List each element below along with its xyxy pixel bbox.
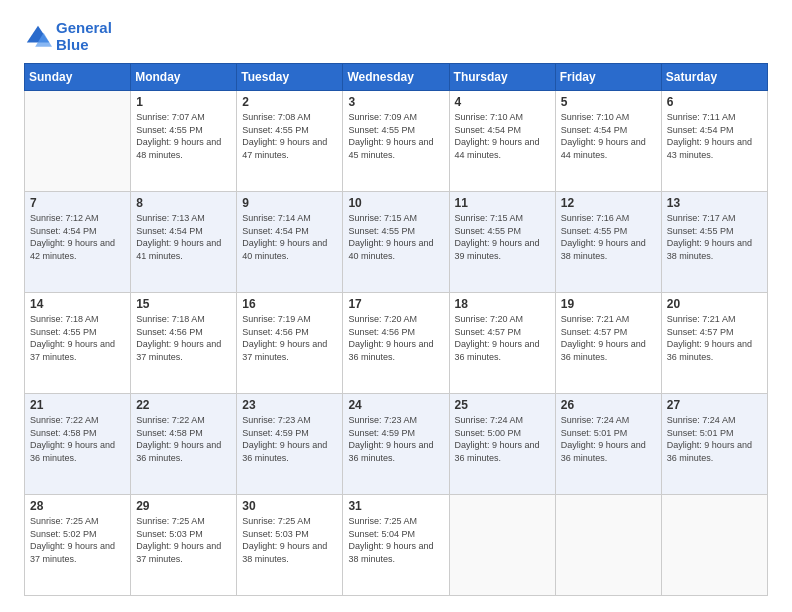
day-info: Sunrise: 7:22 AMSunset: 4:58 PMDaylight:… xyxy=(136,414,231,464)
day-number: 16 xyxy=(242,297,337,311)
logo-icon xyxy=(24,23,52,51)
day-cell: 20Sunrise: 7:21 AMSunset: 4:57 PMDayligh… xyxy=(661,293,767,394)
day-info: Sunrise: 7:24 AMSunset: 5:01 PMDaylight:… xyxy=(667,414,762,464)
day-info: Sunrise: 7:16 AMSunset: 4:55 PMDaylight:… xyxy=(561,212,656,262)
day-number: 18 xyxy=(455,297,550,311)
day-cell: 13Sunrise: 7:17 AMSunset: 4:55 PMDayligh… xyxy=(661,192,767,293)
day-info: Sunrise: 7:08 AMSunset: 4:55 PMDaylight:… xyxy=(242,111,337,161)
day-cell: 15Sunrise: 7:18 AMSunset: 4:56 PMDayligh… xyxy=(131,293,237,394)
day-cell: 25Sunrise: 7:24 AMSunset: 5:00 PMDayligh… xyxy=(449,394,555,495)
day-info: Sunrise: 7:25 AMSunset: 5:03 PMDaylight:… xyxy=(136,515,231,565)
logo-text: General Blue xyxy=(56,20,112,53)
col-header-sunday: Sunday xyxy=(25,64,131,91)
day-info: Sunrise: 7:25 AMSunset: 5:02 PMDaylight:… xyxy=(30,515,125,565)
day-info: Sunrise: 7:13 AMSunset: 4:54 PMDaylight:… xyxy=(136,212,231,262)
day-number: 19 xyxy=(561,297,656,311)
day-cell: 31Sunrise: 7:25 AMSunset: 5:04 PMDayligh… xyxy=(343,495,449,596)
day-info: Sunrise: 7:24 AMSunset: 5:00 PMDaylight:… xyxy=(455,414,550,464)
day-cell: 6Sunrise: 7:11 AMSunset: 4:54 PMDaylight… xyxy=(661,91,767,192)
day-cell: 30Sunrise: 7:25 AMSunset: 5:03 PMDayligh… xyxy=(237,495,343,596)
day-cell: 9Sunrise: 7:14 AMSunset: 4:54 PMDaylight… xyxy=(237,192,343,293)
week-row-4: 21Sunrise: 7:22 AMSunset: 4:58 PMDayligh… xyxy=(25,394,768,495)
day-info: Sunrise: 7:25 AMSunset: 5:04 PMDaylight:… xyxy=(348,515,443,565)
day-cell: 27Sunrise: 7:24 AMSunset: 5:01 PMDayligh… xyxy=(661,394,767,495)
day-number: 26 xyxy=(561,398,656,412)
logo: General Blue xyxy=(24,20,112,53)
day-number: 27 xyxy=(667,398,762,412)
day-info: Sunrise: 7:20 AMSunset: 4:56 PMDaylight:… xyxy=(348,313,443,363)
col-header-thursday: Thursday xyxy=(449,64,555,91)
day-number: 15 xyxy=(136,297,231,311)
day-number: 13 xyxy=(667,196,762,210)
day-cell: 5Sunrise: 7:10 AMSunset: 4:54 PMDaylight… xyxy=(555,91,661,192)
day-cell: 11Sunrise: 7:15 AMSunset: 4:55 PMDayligh… xyxy=(449,192,555,293)
col-header-friday: Friday xyxy=(555,64,661,91)
day-cell: 24Sunrise: 7:23 AMSunset: 4:59 PMDayligh… xyxy=(343,394,449,495)
day-cell: 7Sunrise: 7:12 AMSunset: 4:54 PMDaylight… xyxy=(25,192,131,293)
page: General Blue SundayMondayTuesdayWednesda… xyxy=(0,0,792,612)
day-number: 29 xyxy=(136,499,231,513)
day-number: 8 xyxy=(136,196,231,210)
day-number: 4 xyxy=(455,95,550,109)
day-cell: 3Sunrise: 7:09 AMSunset: 4:55 PMDaylight… xyxy=(343,91,449,192)
day-number: 20 xyxy=(667,297,762,311)
day-number: 9 xyxy=(242,196,337,210)
col-header-tuesday: Tuesday xyxy=(237,64,343,91)
day-number: 22 xyxy=(136,398,231,412)
day-info: Sunrise: 7:15 AMSunset: 4:55 PMDaylight:… xyxy=(348,212,443,262)
col-header-monday: Monday xyxy=(131,64,237,91)
col-header-saturday: Saturday xyxy=(661,64,767,91)
day-number: 2 xyxy=(242,95,337,109)
day-info: Sunrise: 7:10 AMSunset: 4:54 PMDaylight:… xyxy=(561,111,656,161)
day-number: 31 xyxy=(348,499,443,513)
day-cell xyxy=(661,495,767,596)
day-cell: 22Sunrise: 7:22 AMSunset: 4:58 PMDayligh… xyxy=(131,394,237,495)
day-cell: 16Sunrise: 7:19 AMSunset: 4:56 PMDayligh… xyxy=(237,293,343,394)
day-info: Sunrise: 7:18 AMSunset: 4:55 PMDaylight:… xyxy=(30,313,125,363)
day-cell: 8Sunrise: 7:13 AMSunset: 4:54 PMDaylight… xyxy=(131,192,237,293)
day-number: 3 xyxy=(348,95,443,109)
col-header-wednesday: Wednesday xyxy=(343,64,449,91)
day-cell: 2Sunrise: 7:08 AMSunset: 4:55 PMDaylight… xyxy=(237,91,343,192)
day-cell xyxy=(449,495,555,596)
header-row: SundayMondayTuesdayWednesdayThursdayFrid… xyxy=(25,64,768,91)
day-cell xyxy=(555,495,661,596)
day-info: Sunrise: 7:12 AMSunset: 4:54 PMDaylight:… xyxy=(30,212,125,262)
day-number: 21 xyxy=(30,398,125,412)
day-number: 28 xyxy=(30,499,125,513)
day-number: 25 xyxy=(455,398,550,412)
day-number: 1 xyxy=(136,95,231,109)
week-row-2: 7Sunrise: 7:12 AMSunset: 4:54 PMDaylight… xyxy=(25,192,768,293)
day-number: 6 xyxy=(667,95,762,109)
day-number: 7 xyxy=(30,196,125,210)
day-number: 17 xyxy=(348,297,443,311)
day-info: Sunrise: 7:22 AMSunset: 4:58 PMDaylight:… xyxy=(30,414,125,464)
day-info: Sunrise: 7:17 AMSunset: 4:55 PMDaylight:… xyxy=(667,212,762,262)
day-info: Sunrise: 7:23 AMSunset: 4:59 PMDaylight:… xyxy=(348,414,443,464)
week-row-3: 14Sunrise: 7:18 AMSunset: 4:55 PMDayligh… xyxy=(25,293,768,394)
day-cell: 23Sunrise: 7:23 AMSunset: 4:59 PMDayligh… xyxy=(237,394,343,495)
day-info: Sunrise: 7:20 AMSunset: 4:57 PMDaylight:… xyxy=(455,313,550,363)
day-cell: 1Sunrise: 7:07 AMSunset: 4:55 PMDaylight… xyxy=(131,91,237,192)
day-info: Sunrise: 7:23 AMSunset: 4:59 PMDaylight:… xyxy=(242,414,337,464)
day-cell: 4Sunrise: 7:10 AMSunset: 4:54 PMDaylight… xyxy=(449,91,555,192)
day-cell: 12Sunrise: 7:16 AMSunset: 4:55 PMDayligh… xyxy=(555,192,661,293)
day-number: 12 xyxy=(561,196,656,210)
day-number: 24 xyxy=(348,398,443,412)
day-number: 30 xyxy=(242,499,337,513)
day-number: 5 xyxy=(561,95,656,109)
day-cell: 21Sunrise: 7:22 AMSunset: 4:58 PMDayligh… xyxy=(25,394,131,495)
day-number: 10 xyxy=(348,196,443,210)
day-cell: 10Sunrise: 7:15 AMSunset: 4:55 PMDayligh… xyxy=(343,192,449,293)
day-info: Sunrise: 7:09 AMSunset: 4:55 PMDaylight:… xyxy=(348,111,443,161)
day-cell: 26Sunrise: 7:24 AMSunset: 5:01 PMDayligh… xyxy=(555,394,661,495)
day-info: Sunrise: 7:19 AMSunset: 4:56 PMDaylight:… xyxy=(242,313,337,363)
day-info: Sunrise: 7:11 AMSunset: 4:54 PMDaylight:… xyxy=(667,111,762,161)
day-cell xyxy=(25,91,131,192)
week-row-1: 1Sunrise: 7:07 AMSunset: 4:55 PMDaylight… xyxy=(25,91,768,192)
day-info: Sunrise: 7:14 AMSunset: 4:54 PMDaylight:… xyxy=(242,212,337,262)
day-number: 23 xyxy=(242,398,337,412)
day-cell: 18Sunrise: 7:20 AMSunset: 4:57 PMDayligh… xyxy=(449,293,555,394)
day-info: Sunrise: 7:10 AMSunset: 4:54 PMDaylight:… xyxy=(455,111,550,161)
day-cell: 28Sunrise: 7:25 AMSunset: 5:02 PMDayligh… xyxy=(25,495,131,596)
